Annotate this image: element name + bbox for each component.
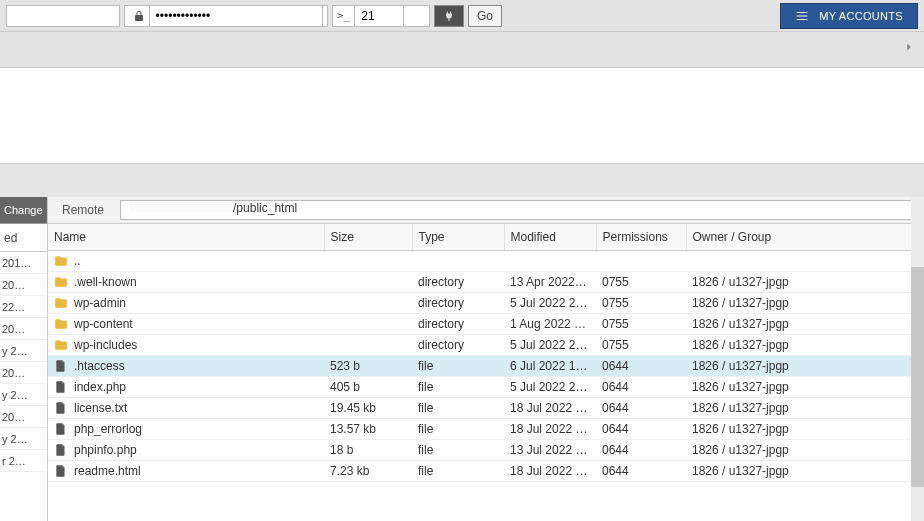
file-modified: 6 Jul 2022 16:… bbox=[504, 356, 596, 377]
file-owner: 1826 / u1327-jpgp bbox=[686, 293, 923, 314]
file-code-icon bbox=[54, 464, 68, 478]
remote-path-bar: Remote /public_html bbox=[48, 197, 923, 224]
table-row[interactable]: php_errorlog13.57 kbfile18 Jul 2022 2…06… bbox=[48, 419, 923, 440]
file-permissions: 0755 bbox=[596, 293, 686, 314]
file-permissions: 0755 bbox=[596, 335, 686, 356]
local-row[interactable]: r 2… bbox=[0, 450, 47, 472]
local-row[interactable]: 20… bbox=[0, 362, 47, 384]
file-modified: 18 Jul 2022 2… bbox=[504, 461, 596, 482]
host-input[interactable] bbox=[6, 5, 120, 27]
local-row[interactable]: 20… bbox=[0, 318, 47, 340]
file-type: directory bbox=[412, 293, 504, 314]
file-permissions: 0755 bbox=[596, 314, 686, 335]
file-size bbox=[324, 251, 412, 272]
remote-panel: Remote /public_html Name Size Type Modif… bbox=[48, 197, 924, 521]
file-size bbox=[324, 293, 412, 314]
password-input[interactable] bbox=[149, 5, 323, 27]
file-size: 18 b bbox=[324, 440, 412, 461]
password-field-wrap[interactable] bbox=[124, 5, 328, 27]
file-owner: 1826 / u1327-jpgp bbox=[686, 440, 923, 461]
file-owner: 1826 / u1327-jpgp bbox=[686, 356, 923, 377]
table-row[interactable]: wp-admindirectory5 Jul 2022 22:…07551826… bbox=[48, 293, 923, 314]
col-name[interactable]: Name bbox=[48, 224, 324, 251]
chevron-right-icon[interactable] bbox=[902, 40, 916, 54]
col-permissions[interactable]: Permissions bbox=[596, 224, 686, 251]
log-area bbox=[0, 68, 924, 164]
file-size: 13.57 kb bbox=[324, 419, 412, 440]
file-modified: 18 Jul 2022 2… bbox=[504, 419, 596, 440]
file-size bbox=[324, 272, 412, 293]
table-row[interactable]: wp-contentdirectory1 Aug 2022 1…07551826… bbox=[48, 314, 923, 335]
col-owner[interactable]: Owner / Group bbox=[686, 224, 923, 251]
table-row[interactable]: phpinfo.php18 bfile13 Jul 2022 1…0644182… bbox=[48, 440, 923, 461]
table-row[interactable]: readme.html7.23 kbfile18 Jul 2022 2…0644… bbox=[48, 461, 923, 482]
file-name: phpinfo.php bbox=[74, 443, 137, 457]
change-label: Change bbox=[4, 204, 43, 216]
file-permissions: 0644 bbox=[596, 398, 686, 419]
file-name: .htaccess bbox=[74, 359, 125, 373]
remote-label: Remote bbox=[56, 201, 110, 219]
terminal-icon: >_ bbox=[337, 9, 350, 22]
file-type bbox=[412, 251, 504, 272]
file-owner: 1826 / u1327-jpgp bbox=[686, 335, 923, 356]
local-panel: Change ed 201…20…22…20…y 2…20…y 2…20…y 2… bbox=[0, 197, 48, 521]
file-type: directory bbox=[412, 272, 504, 293]
file-type: file bbox=[412, 398, 504, 419]
table-row[interactable]: .. bbox=[48, 251, 923, 272]
local-row[interactable]: 20… bbox=[0, 274, 47, 296]
local-row[interactable]: y 2… bbox=[0, 384, 47, 406]
plug-icon bbox=[443, 10, 455, 22]
file-permissions: 0644 bbox=[596, 461, 686, 482]
file-modified: 13 Apr 2022 … bbox=[504, 272, 596, 293]
port-field-wrap[interactable]: >_ bbox=[332, 5, 430, 27]
remote-path-input[interactable]: /public_html bbox=[120, 200, 915, 220]
sub-toolbar bbox=[0, 32, 924, 68]
file-name: php_errorlog bbox=[74, 422, 142, 436]
col-type[interactable]: Type bbox=[412, 224, 504, 251]
list-icon bbox=[795, 9, 809, 23]
file-owner: 1826 / u1327-jpgp bbox=[686, 377, 923, 398]
file-name: .well-known bbox=[74, 275, 137, 289]
table-row[interactable]: .htaccess523 bfile6 Jul 2022 16:…0644182… bbox=[48, 356, 923, 377]
file-table: Name Size Type Modified Permissions Owne… bbox=[48, 224, 923, 482]
port-input[interactable] bbox=[354, 5, 404, 27]
file-type: file bbox=[412, 377, 504, 398]
file-modified: 5 Jul 2022 22:… bbox=[504, 377, 596, 398]
my-accounts-label: MY ACCOUNTS bbox=[819, 10, 903, 22]
table-row[interactable]: wp-includesdirectory5 Jul 2022 22:…07551… bbox=[48, 335, 923, 356]
change-button[interactable]: Change bbox=[0, 197, 47, 224]
scrollbar-thumb[interactable] bbox=[911, 267, 924, 487]
local-row[interactable]: 22… bbox=[0, 296, 47, 318]
table-row[interactable]: index.php405 bfile5 Jul 2022 22:…0644182… bbox=[48, 377, 923, 398]
lock-icon bbox=[129, 5, 149, 27]
file-icon bbox=[54, 401, 68, 415]
file-size: 523 b bbox=[324, 356, 412, 377]
local-row[interactable]: y 2… bbox=[0, 340, 47, 362]
local-row[interactable]: 20… bbox=[0, 406, 47, 428]
file-icon bbox=[54, 422, 68, 436]
file-name: index.php bbox=[74, 380, 126, 394]
col-modified[interactable]: Modified bbox=[504, 224, 596, 251]
folder-open-icon bbox=[54, 254, 68, 268]
masked-path-prefix bbox=[129, 202, 233, 212]
col-size[interactable]: Size bbox=[324, 224, 412, 251]
file-modified: 5 Jul 2022 22:… bbox=[504, 293, 596, 314]
file-type: directory bbox=[412, 314, 504, 335]
local-row[interactable]: 201… bbox=[0, 252, 47, 274]
divider-band bbox=[0, 164, 924, 197]
go-button[interactable]: Go bbox=[468, 5, 502, 27]
table-row[interactable]: license.txt19.45 kbfile18 Jul 2022 2…064… bbox=[48, 398, 923, 419]
file-owner: 1826 / u1327-jpgp bbox=[686, 272, 923, 293]
file-name: wp-content bbox=[74, 317, 133, 331]
local-row[interactable]: y 2… bbox=[0, 428, 47, 450]
file-permissions: 0755 bbox=[596, 272, 686, 293]
file-owner: 1826 / u1327-jpgp bbox=[686, 314, 923, 335]
file-icon bbox=[54, 359, 68, 373]
my-accounts-button[interactable]: MY ACCOUNTS bbox=[780, 3, 918, 29]
local-column-header[interactable]: ed bbox=[0, 224, 47, 252]
file-type: directory bbox=[412, 335, 504, 356]
file-name: readme.html bbox=[74, 464, 141, 478]
connect-icon-button[interactable] bbox=[434, 5, 464, 27]
table-row[interactable]: .well-knowndirectory13 Apr 2022 …0755182… bbox=[48, 272, 923, 293]
file-size: 405 b bbox=[324, 377, 412, 398]
